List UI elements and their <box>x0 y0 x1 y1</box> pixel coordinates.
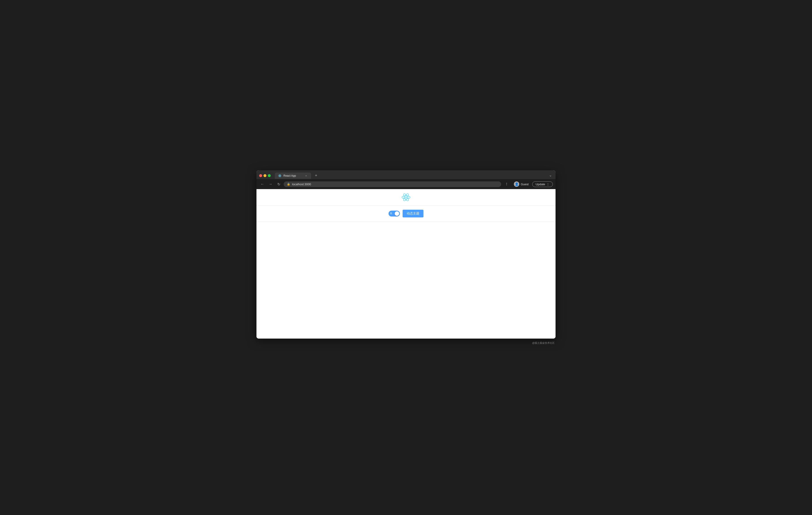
address-input-wrapper[interactable]: 🔒 localhost:3000 <box>284 181 501 187</box>
back-icon: ← <box>261 182 264 186</box>
tab-close-button[interactable]: × <box>304 174 308 178</box>
forward-icon: → <box>269 182 272 186</box>
tab-bar: React App × + ⌄ <box>257 170 555 179</box>
address-bar: ← → ↻ 🔒 localhost:3000 ⊺ 👤 <box>257 179 555 189</box>
title-bar: React App × + ⌄ ← → ↻ <box>257 170 555 189</box>
browser-window: React App × + ⌄ ← → ↻ <box>257 170 555 339</box>
toggle-switch[interactable]: 亮 <box>388 211 400 216</box>
user-button[interactable]: 👤 Guest <box>512 181 530 188</box>
window-controls <box>259 174 271 177</box>
lock-icon: 🔒 <box>287 183 290 186</box>
avatar: 👤 <box>514 181 519 187</box>
reload-icon: ↻ <box>277 182 280 186</box>
back-button[interactable]: ← <box>259 181 265 187</box>
toggle-knob <box>395 211 399 216</box>
close-window-button[interactable] <box>259 174 262 177</box>
update-label: Update <box>535 183 545 186</box>
tab-right-controls: ⌄ <box>548 172 553 179</box>
toggle-label-text: 亮 <box>390 212 392 215</box>
maximize-window-button[interactable] <box>268 174 271 177</box>
browser-tab[interactable]: React App × <box>275 173 311 179</box>
translate-button[interactable]: ⊺ <box>503 181 510 188</box>
dynamic-theme-button[interactable]: 动态主题 <box>403 210 424 217</box>
browser-footer: @掘土掘金技术社区 <box>257 341 555 345</box>
translate-icon: ⊺ <box>506 182 508 186</box>
tab-title-text: React App <box>284 174 302 177</box>
chevron-down-icon: ⌄ <box>549 173 552 177</box>
tab-close-icon: × <box>306 174 307 177</box>
minimize-window-button[interactable] <box>263 174 266 177</box>
update-button[interactable]: Update ⋮ <box>532 181 553 187</box>
reload-button[interactable]: ↻ <box>276 181 282 187</box>
toggle-section: 亮 动态主题 <box>257 206 555 222</box>
avatar-icon: 👤 <box>515 182 519 186</box>
content-area: 亮 动态主题 <box>257 189 555 339</box>
new-tab-button[interactable]: + <box>313 173 319 179</box>
react-logo-icon <box>402 193 410 202</box>
main-content <box>257 222 555 339</box>
svg-point-3 <box>280 175 280 176</box>
update-menu-icon: ⋮ <box>547 183 549 186</box>
footer-text: @掘土掘金技术社区 <box>532 341 555 344</box>
tab-list-button[interactable]: ⌄ <box>548 172 553 178</box>
react-favicon-icon <box>278 174 281 177</box>
address-text: localhost:3000 <box>292 183 311 186</box>
new-tab-icon: + <box>315 173 317 178</box>
right-controls: ⊺ 👤 Guest Update ⋮ <box>503 181 553 188</box>
user-name-text: Guest <box>521 183 528 186</box>
tab-favicon <box>278 174 282 178</box>
svg-point-7 <box>405 196 407 198</box>
forward-button[interactable]: → <box>267 181 274 187</box>
app-header <box>257 189 555 206</box>
